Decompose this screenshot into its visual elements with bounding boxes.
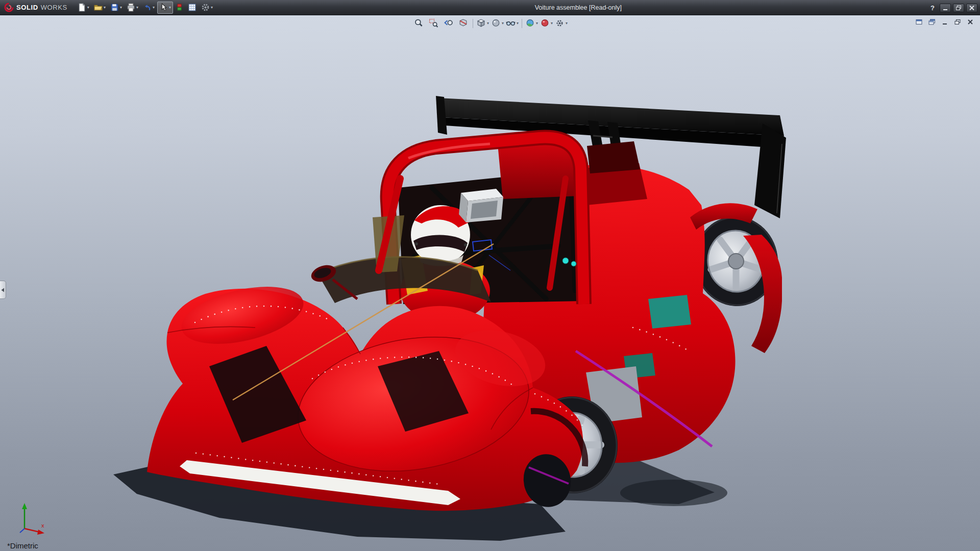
window-title: Voiture assemblee [Read-only] [535, 4, 622, 11]
undo-icon [143, 3, 152, 12]
race-car-model[interactable] [147, 96, 786, 511]
view-cube-icon [476, 18, 486, 28]
doc-minimize-button[interactable] [940, 17, 949, 26]
dropdown-arrow-icon: ▾ [153, 6, 155, 10]
view-toolbar: ▾ ▾ ▾ ▾ [412, 17, 568, 30]
close-icon [969, 5, 975, 11]
tools-button[interactable]: ▾ [199, 2, 215, 14]
main-toolbar: ▾ ▾ ▾ ▾ ▾ [76, 2, 215, 14]
minimize-icon [942, 5, 948, 11]
undo-button[interactable]: ▾ [141, 2, 157, 14]
zoom-area-icon [429, 18, 438, 28]
3d-scene[interactable] [0, 15, 980, 551]
dropdown-arrow-icon: ▾ [169, 6, 171, 10]
scene-globe-icon [525, 18, 535, 28]
view-settings-gear-icon [555, 18, 565, 28]
print-icon [127, 3, 135, 12]
minimize-button[interactable] [940, 4, 951, 12]
restore-icon [955, 5, 962, 11]
doc-restore-button[interactable] [952, 17, 962, 26]
rearview-mirror [459, 189, 503, 222]
display-style-icon [491, 18, 501, 28]
appearance-sphere-icon [540, 18, 550, 28]
marker-light [562, 258, 569, 264]
section-view-icon [458, 18, 468, 28]
hide-show-items-button[interactable]: ▾ [505, 17, 519, 30]
help-button[interactable]: ? [927, 4, 938, 12]
glasses-icon [506, 18, 516, 28]
x-axis-arrow [37, 530, 44, 535]
select-cursor-icon [159, 3, 168, 12]
viewport-3d[interactable]: ▾ ▾ ▾ ▾ [0, 15, 980, 551]
restore-icon [954, 19, 961, 25]
close-button[interactable] [966, 4, 977, 12]
apply-scene-button[interactable]: ▾ [525, 17, 538, 30]
new-document-icon [78, 3, 86, 12]
save-button[interactable]: ▾ [108, 2, 124, 14]
sheet-grid-icon [188, 3, 197, 12]
document-window-controls [914, 17, 975, 26]
dropdown-arrow-icon: ▾ [536, 21, 538, 26]
previous-view-icon [444, 18, 453, 28]
previous-view-button[interactable] [442, 17, 455, 30]
toolbar-separator [522, 19, 522, 28]
view-orientation-button[interactable]: ▾ [476, 17, 489, 30]
dropdown-arrow-icon: ▾ [104, 6, 106, 10]
collapse-arrow-icon [1, 288, 5, 292]
open-button[interactable]: ▾ [92, 2, 108, 14]
zoom-fit-icon [414, 18, 424, 28]
zoom-to-area-button[interactable] [427, 17, 440, 30]
zoom-to-fit-button[interactable] [412, 17, 426, 30]
rebuild-icon [176, 3, 183, 12]
dropdown-arrow-icon: ▾ [211, 6, 213, 10]
dropdown-arrow-icon: ▾ [120, 6, 122, 10]
doc-window-previous-button[interactable] [914, 17, 924, 26]
section-view-button[interactable] [456, 17, 470, 30]
doc-close-button[interactable] [965, 17, 975, 26]
rebuild-button[interactable] [174, 2, 185, 14]
edit-appearance-button[interactable]: ▾ [540, 17, 553, 30]
solidworks-window: SOLIDWORKS ▾ ▾ ▾ ▾ [0, 0, 980, 551]
save-icon [110, 3, 119, 12]
window-controls: ? [927, 0, 977, 15]
dropdown-arrow-icon: ▾ [487, 21, 489, 26]
open-folder-icon [94, 3, 103, 12]
gear-icon [201, 3, 210, 12]
print-button[interactable]: ▾ [125, 2, 140, 14]
x-axis-label: x [41, 522, 44, 529]
view-settings-button[interactable]: ▾ [554, 17, 568, 30]
toolbar-separator [473, 19, 473, 28]
dropdown-arrow-icon: ▾ [551, 21, 553, 26]
display-style-button[interactable]: ▾ [491, 17, 504, 30]
new-document-button[interactable]: ▾ [76, 2, 91, 14]
solidworks-logo: SOLIDWORKS [0, 3, 74, 12]
3ds-logo-icon [4, 3, 14, 12]
view-orientation-label: *Dimetric [7, 541, 38, 550]
close-icon [967, 19, 974, 25]
window-icon [916, 19, 923, 25]
sheet-format-button[interactable] [186, 2, 199, 14]
window-cascade-icon [928, 19, 936, 25]
logo-text-light: WORKS [41, 4, 67, 11]
dropdown-arrow-icon: ▾ [517, 21, 519, 26]
z-axis-line [20, 529, 24, 533]
restore-button[interactable] [953, 4, 964, 12]
dropdown-arrow-icon: ▾ [87, 6, 89, 10]
minimize-icon [941, 19, 948, 25]
orientation-triad[interactable]: x [9, 497, 50, 538]
feature-tree-tab[interactable] [0, 281, 6, 299]
marker-light [571, 261, 576, 266]
logo-text-bold: SOLID [16, 4, 38, 11]
dropdown-arrow-icon: ▾ [566, 21, 568, 26]
title-bar: SOLIDWORKS ▾ ▾ ▾ ▾ [0, 0, 980, 15]
doc-window-next-button[interactable] [927, 17, 937, 26]
dropdown-arrow-icon: ▾ [136, 6, 138, 10]
dropdown-arrow-icon: ▾ [502, 21, 504, 26]
select-button[interactable]: ▾ [157, 2, 173, 14]
y-axis-arrow [22, 503, 27, 509]
